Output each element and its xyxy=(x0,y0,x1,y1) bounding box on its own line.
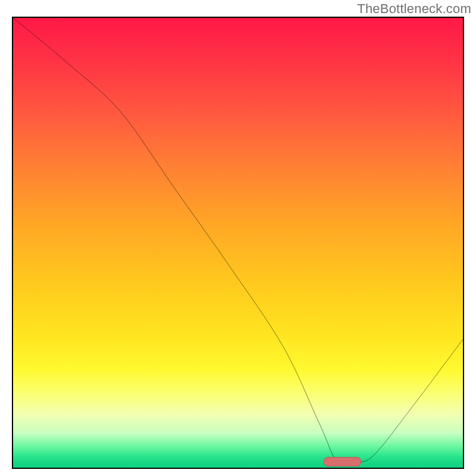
optimal-range-marker xyxy=(324,457,361,466)
curve-layer xyxy=(12,17,464,469)
bottleneck-curve xyxy=(12,17,464,465)
plot-area xyxy=(12,17,464,469)
watermark-text: TheBottleneck.com xyxy=(357,1,471,17)
chart-stage: TheBottleneck.com xyxy=(0,0,476,476)
